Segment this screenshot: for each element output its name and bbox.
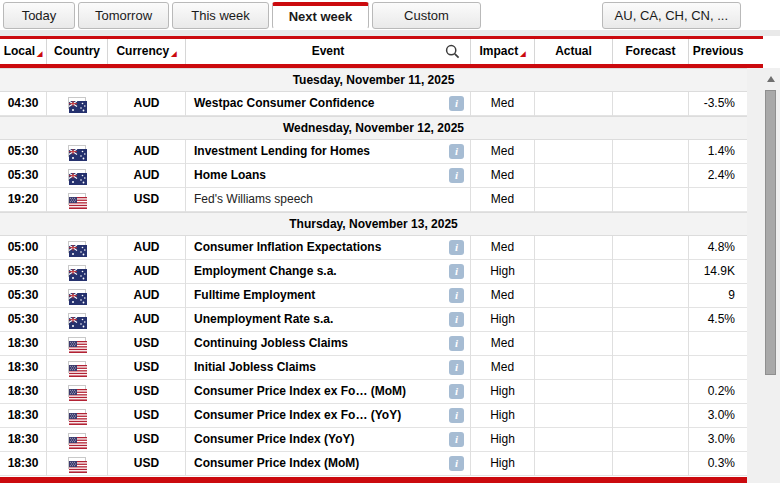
column-label: Currency (116, 44, 169, 58)
event-row[interactable]: 05:00AUDConsumer Inflation Expectationsi… (0, 236, 747, 260)
event-time: 04:30 (0, 92, 47, 116)
event-row[interactable]: 05:30AUDEmployment Change s.a.iHigh14.9K (0, 260, 747, 284)
event-currency: AUD (108, 140, 186, 164)
info-icon[interactable]: i (449, 408, 464, 423)
column-label: Local (4, 44, 35, 58)
event-time: 18:30 (0, 404, 47, 428)
column-header-impact[interactable]: Impact◢ (471, 39, 535, 64)
event-forecast (613, 452, 689, 476)
event-row[interactable]: 05:30AUDInvestment Lending for HomesiMed… (0, 140, 747, 164)
date-separator-row: Thursday, November 13, 2025 (0, 212, 747, 236)
australia-flag-icon (68, 289, 86, 301)
info-icon[interactable]: i (449, 168, 464, 183)
event-row[interactable]: 19:20USDFed's Williams speechMed (0, 188, 747, 212)
column-header-forecast[interactable]: Forecast (613, 39, 689, 64)
period-tabbar: TodayTomorrowThis weekNext weekCustom da… (0, 0, 780, 30)
event-row[interactable]: 05:30AUDHome LoansiMed2.4% (0, 164, 747, 188)
info-icon[interactable]: i (449, 96, 464, 111)
event-time: 05:00 (0, 236, 47, 260)
column-header-event[interactable]: Event (186, 39, 471, 64)
event-forecast (613, 332, 689, 356)
search-icon[interactable] (445, 44, 460, 59)
event-currency: AUD (108, 92, 186, 116)
event-previous: -3.5% (689, 92, 747, 116)
info-icon[interactable]: i (449, 432, 464, 447)
date-separator-row: Tuesday, November 11, 2025 (0, 68, 747, 92)
info-icon[interactable]: i (449, 240, 464, 255)
info-icon[interactable]: i (449, 312, 464, 327)
event-row[interactable]: 18:30USDContinuing Jobless ClaimsiMed (0, 332, 747, 356)
scrollbar-thumb[interactable] (765, 90, 776, 375)
tab-tomorrow[interactable]: Tomorrow (78, 2, 169, 29)
event-name: Continuing Jobless Claims (194, 336, 348, 350)
event-row[interactable]: 18:30USDConsumer Price Index (YoY)iHigh3… (0, 428, 747, 452)
column-header-actual[interactable]: Actual (535, 39, 613, 64)
event-actual (535, 92, 613, 116)
event-currency: USD (108, 356, 186, 380)
event-row[interactable]: 05:30AUDFulltime EmploymentiMed9 (0, 284, 747, 308)
event-row[interactable]: 18:30USDConsumer Price Index ex Fo… (YoY… (0, 404, 747, 428)
event-country (47, 188, 108, 212)
event-country (47, 164, 108, 188)
info-icon[interactable]: i (449, 288, 464, 303)
event-forecast (613, 404, 689, 428)
chevron-up-icon (767, 76, 775, 82)
info-icon[interactable]: i (449, 264, 464, 279)
column-header-country[interactable]: Country (47, 39, 108, 64)
event-currency: USD (108, 428, 186, 452)
event-name-cell: Initial Jobless Claimsi (186, 356, 471, 380)
event-country (47, 404, 108, 428)
event-impact: Med (471, 284, 535, 308)
event-name: Investment Lending for Homes (194, 144, 370, 158)
info-icon[interactable]: i (449, 456, 464, 471)
event-row[interactable]: 04:30AUDWestpac Consumer ConfidenceiMed-… (0, 92, 747, 116)
info-icon[interactable]: i (449, 384, 464, 399)
event-row[interactable]: 18:30USDConsumer Price Index ex Fo… (MoM… (0, 380, 747, 404)
event-name: Unemployment Rate s.a. (194, 312, 333, 326)
event-row[interactable]: 18:30USDConsumer Price Index (MoM)iHigh0… (0, 452, 747, 476)
event-time: 19:20 (0, 188, 47, 212)
event-actual (535, 260, 613, 284)
event-time: 18:30 (0, 356, 47, 380)
column-header-local[interactable]: Local◢ (0, 39, 47, 64)
event-name-cell: Home Loansi (186, 164, 471, 188)
event-actual (535, 284, 613, 308)
australia-flag-icon (68, 241, 86, 253)
info-icon[interactable]: i (449, 144, 464, 159)
event-row[interactable]: 18:30USDInitial Jobless ClaimsiMed (0, 356, 747, 380)
event-name-cell: Investment Lending for Homesi (186, 140, 471, 164)
tab-today[interactable]: Today (3, 2, 75, 29)
event-impact: Med (471, 356, 535, 380)
event-previous: 3.0% (689, 404, 747, 428)
event-impact: Med (471, 236, 535, 260)
info-icon[interactable]: i (449, 336, 464, 351)
event-time: 05:30 (0, 284, 47, 308)
australia-flag-icon (68, 97, 86, 109)
event-time: 05:30 (0, 260, 47, 284)
event-currency: USD (108, 188, 186, 212)
event-name-cell: Consumer Price Index (MoM)i (186, 452, 471, 476)
event-impact: Med (471, 188, 535, 212)
event-currency: AUD (108, 284, 186, 308)
currency-filter-button[interactable]: AU, CA, CH, CN, ... (602, 2, 741, 29)
tab-custom-dates[interactable]: Custom dates (372, 2, 481, 29)
event-name-cell: Consumer Inflation Expectationsi (186, 236, 471, 260)
event-previous (689, 188, 747, 212)
event-actual (535, 236, 613, 260)
scrollbar-up-button[interactable] (764, 71, 777, 86)
column-header-currency[interactable]: Currency◢ (108, 39, 186, 64)
event-previous: 4.5% (689, 308, 747, 332)
us-flag-icon (68, 409, 86, 421)
scrollbar-track[interactable] (747, 68, 780, 483)
tab-next-week[interactable]: Next week (272, 2, 369, 29)
event-currency: AUD (108, 236, 186, 260)
sort-arrow-icon: ◢ (171, 50, 176, 57)
event-actual (535, 356, 613, 380)
column-header-previous[interactable]: Previous (689, 39, 747, 64)
info-icon[interactable]: i (449, 360, 464, 375)
event-country (47, 428, 108, 452)
event-previous: 1.4% (689, 140, 747, 164)
event-forecast (613, 356, 689, 380)
tab-this-week[interactable]: This week (172, 2, 269, 29)
event-row[interactable]: 05:30AUDUnemployment Rate s.a.iHigh4.5% (0, 308, 747, 332)
